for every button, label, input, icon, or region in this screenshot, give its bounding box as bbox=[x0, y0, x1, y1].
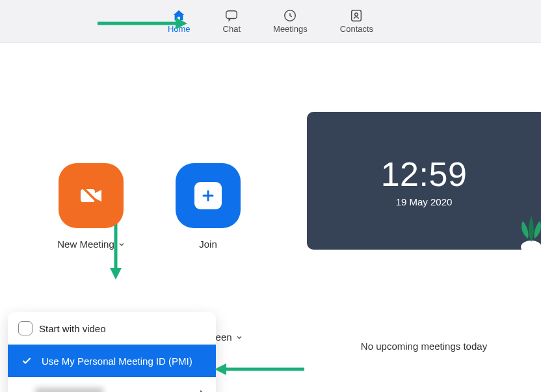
svg-point-12 bbox=[521, 241, 541, 250]
join-button[interactable] bbox=[176, 163, 241, 228]
nav-contacts-label: Contacts bbox=[340, 24, 373, 34]
chat-icon bbox=[224, 8, 239, 23]
main-content: New Meeting Join Schedule Share screen bbox=[0, 43, 541, 392]
chevron-down-icon bbox=[118, 241, 125, 248]
dropdown-item-start-with-video[interactable]: Start with video bbox=[8, 312, 216, 345]
clock-icon bbox=[283, 8, 297, 23]
chevron-right-icon bbox=[198, 388, 205, 393]
nav-meetings-label: Meetings bbox=[273, 24, 308, 34]
contacts-icon bbox=[349, 8, 363, 23]
top-nav-bar: Home Chat Meetings Contacts bbox=[0, 0, 541, 43]
clock-card: 12:59 19 May 2020 bbox=[307, 112, 541, 250]
new-meeting-button[interactable] bbox=[59, 163, 124, 228]
check-icon bbox=[18, 356, 35, 366]
plant-decoration-icon bbox=[515, 196, 541, 250]
video-off-icon bbox=[75, 180, 107, 211]
clock-date: 19 May 2020 bbox=[396, 196, 453, 207]
dropdown-item-pmi-id[interactable] bbox=[8, 377, 216, 392]
right-panel: 12:59 19 May 2020 No upcoming meetings t… bbox=[307, 112, 541, 352]
dropdown-item-use-pmi[interactable]: Use My Personal Meeting ID (PMI) bbox=[8, 345, 216, 377]
new-meeting-label: New Meeting bbox=[57, 239, 114, 250]
nav-chat[interactable]: Chat bbox=[223, 8, 241, 34]
svg-rect-0 bbox=[226, 11, 237, 19]
checkbox-unchecked-icon bbox=[18, 321, 33, 335]
clock-time: 12:59 bbox=[381, 155, 468, 194]
nav-chat-label: Chat bbox=[223, 24, 241, 34]
join-cell: Join bbox=[150, 163, 267, 250]
start-with-video-label: Start with video bbox=[39, 323, 106, 334]
svg-marker-5 bbox=[176, 18, 187, 29]
join-label: Join bbox=[199, 239, 217, 250]
new-meeting-label-row[interactable]: New Meeting bbox=[57, 239, 125, 250]
redacted-text bbox=[35, 387, 103, 392]
svg-point-3 bbox=[355, 13, 358, 16]
use-pmi-label: Use My Personal Meeting ID (PMI) bbox=[42, 356, 192, 367]
chevron-down-icon bbox=[236, 334, 243, 341]
svg-marker-11 bbox=[215, 363, 226, 375]
plus-icon bbox=[200, 188, 216, 203]
new-meeting-dropdown: Start with video Use My Personal Meeting… bbox=[8, 312, 216, 392]
annotation-arrow-icon bbox=[213, 361, 304, 377]
no-upcoming-meetings-text: No upcoming meetings today bbox=[307, 341, 541, 352]
nav-meetings[interactable]: Meetings bbox=[273, 8, 308, 34]
nav-contacts[interactable]: Contacts bbox=[340, 8, 373, 34]
annotation-arrow-icon bbox=[98, 16, 189, 31]
new-meeting-cell: New Meeting bbox=[33, 163, 150, 250]
